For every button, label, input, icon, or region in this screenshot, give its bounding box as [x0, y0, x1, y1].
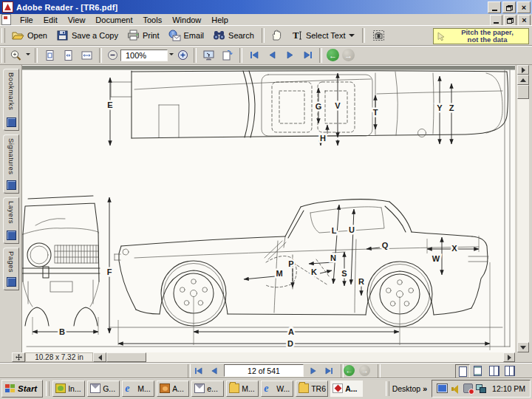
- menu-help[interactable]: Help: [206, 15, 233, 25]
- page-number-field[interactable]: 12 of 541: [224, 364, 304, 377]
- previous-page-button[interactable]: [263, 47, 281, 64]
- zoom-in-button[interactable]: [175, 48, 191, 62]
- fit-width-button[interactable]: [78, 48, 96, 63]
- snapshot-tool-button[interactable]: [368, 27, 389, 44]
- security-tray-icon[interactable]: [463, 383, 473, 393]
- sidebar-tab-bookmarks[interactable]: Bookmarks: [3, 69, 19, 131]
- network-tray-icon[interactable]: [476, 384, 486, 393]
- go-back-button[interactable]: ←: [327, 49, 339, 61]
- zoom-in-tool-button[interactable]: [7, 48, 24, 63]
- email-label: Email: [184, 31, 205, 40]
- taskbar-clock[interactable]: 12:10 PM: [492, 384, 525, 393]
- taskbar-button-m[interactable]: M...: [122, 381, 154, 397]
- hand-tool-button[interactable]: [267, 28, 286, 43]
- pan-button[interactable]: [12, 352, 25, 362]
- select-text-button[interactable]: T Select Text: [286, 27, 359, 44]
- save-a-copy-label: Save a Copy: [72, 31, 118, 40]
- scroll-up-button[interactable]: [517, 75, 529, 85]
- svg-text:R: R: [358, 277, 364, 286]
- doc-restore-button[interactable]: [504, 15, 516, 26]
- main-toolbar: Open Save a Copy Print Email Search T Se…: [0, 25, 532, 46]
- rotate-view-button[interactable]: [218, 48, 236, 63]
- chevron-icon[interactable]: »: [423, 384, 427, 393]
- taskbar-button-tr6[interactable]: TR6: [296, 381, 328, 397]
- menu-edit[interactable]: Edit: [38, 15, 63, 25]
- zoom-level-dropdown-arrow[interactable]: [168, 50, 175, 61]
- status-previous-page-button[interactable]: [206, 364, 222, 378]
- status-last-page-button[interactable]: [321, 364, 336, 378]
- sidebar-tab-pages[interactable]: Pages: [3, 248, 19, 290]
- single-page-layout-button[interactable]: [455, 364, 470, 378]
- toolbar-grip[interactable]: [1, 48, 5, 63]
- pdf-page[interactable]: EGVTHYZFLUNSMPKQRWXBAD: [22, 65, 515, 352]
- svg-text:N: N: [330, 253, 336, 262]
- doc-close-button[interactable]: ×: [518, 15, 531, 26]
- pdf-document-icon[interactable]: [1, 14, 11, 25]
- continuous-layout-button[interactable]: [471, 364, 484, 377]
- toolbar-separator: [262, 28, 265, 43]
- menu-tools[interactable]: Tools: [138, 15, 168, 25]
- print-button[interactable]: Print: [123, 27, 164, 44]
- save-a-copy-button[interactable]: Save a Copy: [52, 27, 123, 44]
- select-text-dropdown-arrow[interactable]: [349, 34, 355, 40]
- taskbar-button-e[interactable]: e...: [191, 381, 224, 397]
- close-icon: ×: [522, 3, 526, 13]
- menu-window[interactable]: Window: [167, 15, 206, 25]
- taskbar-button-a[interactable]: A...: [157, 381, 189, 397]
- previous-page-icon: [211, 367, 218, 375]
- taskbar-button-m[interactable]: M...: [226, 381, 259, 397]
- sidebar-tab-signatures[interactable]: Signatures: [3, 134, 19, 194]
- menu-file[interactable]: File: [15, 15, 38, 25]
- svg-text:H: H: [320, 134, 326, 143]
- volume-tray-icon[interactable]: [451, 384, 460, 393]
- menu-view[interactable]: View: [63, 15, 91, 25]
- start-button[interactable]: Start: [1, 380, 43, 398]
- minimize-button[interactable]: [488, 1, 501, 13]
- status-first-page-button[interactable]: [191, 364, 206, 378]
- menu-document[interactable]: Document: [90, 15, 137, 25]
- fit-page-button[interactable]: [59, 48, 78, 63]
- last-page-button[interactable]: [299, 47, 316, 64]
- sidebar-tab-layers[interactable]: Layers: [3, 197, 19, 244]
- scroll-right-button[interactable]: [503, 352, 515, 362]
- toolbar-grip[interactable]: [1, 28, 5, 43]
- first-page-button[interactable]: [245, 47, 263, 64]
- doc-minimize-button[interactable]: [490, 15, 502, 26]
- taskbar-button-a[interactable]: A...: [330, 381, 363, 397]
- select-text-icon: T: [290, 30, 303, 41]
- taskbar-button-w[interactable]: W...: [261, 381, 293, 397]
- svg-text:G: G: [316, 102, 322, 111]
- vertical-scrollbar-track[interactable]: [517, 85, 529, 342]
- scroll-left-button[interactable]: [93, 352, 106, 362]
- sticky-note[interactable]: Pitch the paper,not the data: [433, 28, 529, 44]
- toolbar-overflow-button[interactable]: [517, 65, 529, 75]
- taskbar-button-in[interactable]: In...: [52, 381, 85, 397]
- status-next-page-button[interactable]: [305, 364, 321, 378]
- status-go-back-button[interactable]: ←: [344, 365, 355, 376]
- close-button[interactable]: ×: [517, 1, 531, 13]
- actual-size-button[interactable]: [41, 48, 59, 63]
- horizontal-scrollbar-track[interactable]: [106, 352, 503, 362]
- horizontal-scrollbar-thumb[interactable]: [106, 352, 146, 362]
- search-button[interactable]: Search: [208, 27, 259, 44]
- scroll-down-button[interactable]: [517, 342, 529, 352]
- continuous-facing-icon: [489, 366, 494, 376]
- zoom-out-button[interactable]: [105, 48, 120, 62]
- restore-button[interactable]: [502, 1, 516, 13]
- open-button[interactable]: Open: [7, 27, 52, 44]
- full-screen-button[interactable]: [200, 48, 218, 63]
- next-page-button[interactable]: [281, 47, 299, 64]
- continuous-facing-layout-button[interactable]: [486, 364, 499, 377]
- display-tray-icon[interactable]: [437, 383, 448, 393]
- navigation-pane: BookmarksSignaturesLayersPages: [0, 65, 22, 352]
- taskbar-button-g[interactable]: G...: [87, 381, 120, 397]
- zoom-level-field[interactable]: 100%: [120, 50, 168, 61]
- go-forward-button[interactable]: →: [342, 49, 355, 61]
- vertical-scrollbar-thumb[interactable]: [517, 85, 529, 99]
- status-go-forward-button[interactable]: →: [359, 365, 370, 376]
- zoom-tool-dropdown-arrow[interactable]: [24, 50, 32, 61]
- facing-layout-button[interactable]: [502, 364, 515, 377]
- email-button[interactable]: Email: [164, 27, 209, 44]
- taskbar-button-label: M...: [137, 384, 151, 393]
- desktop-toolbar[interactable]: Desktop »: [392, 384, 427, 393]
